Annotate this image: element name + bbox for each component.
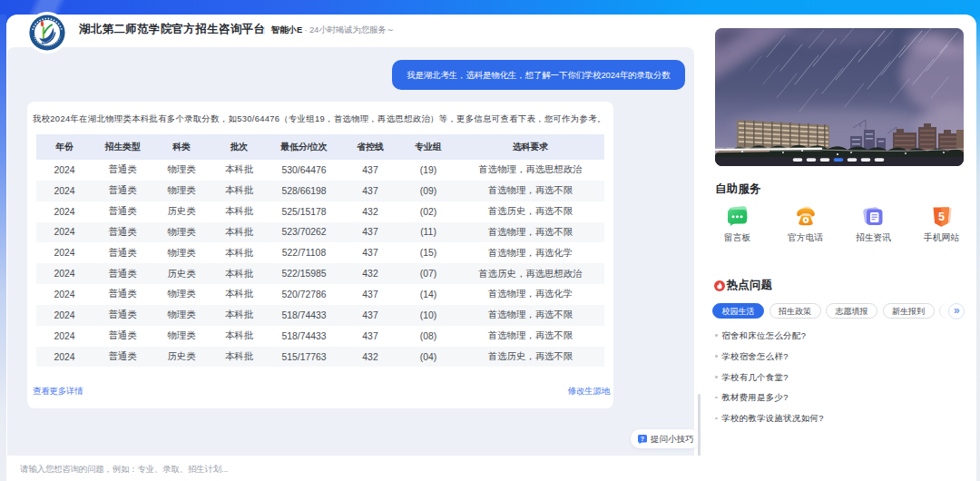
svg-text:5: 5	[937, 211, 944, 223]
svg-text:?: ?	[641, 436, 644, 442]
